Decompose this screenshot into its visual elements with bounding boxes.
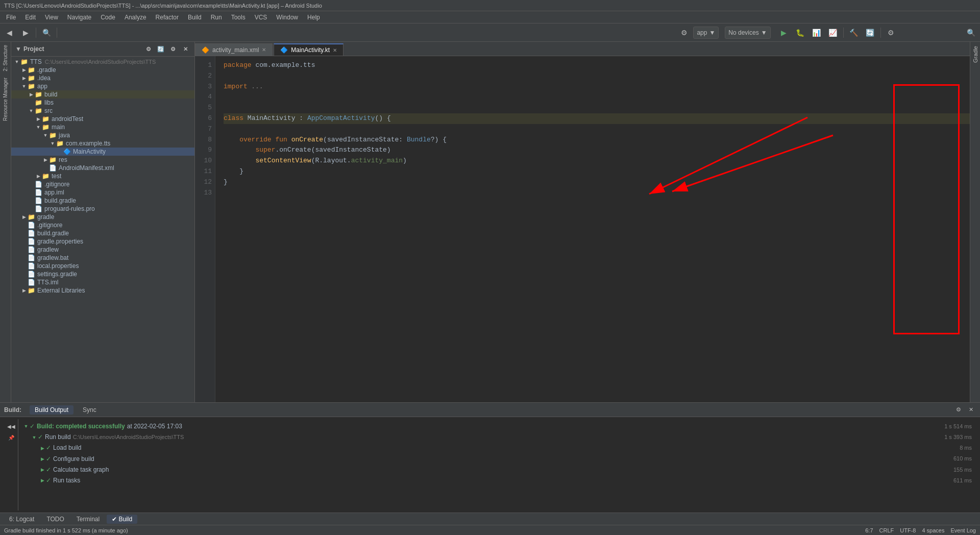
tree-item-proguard[interactable]: 📄 proguard-rules.pro bbox=[11, 205, 194, 213]
toolbar-run-config[interactable]: ⚙ bbox=[677, 26, 691, 40]
tab-close-xml[interactable]: ✕ bbox=[262, 47, 266, 53]
tree-item-app[interactable]: ▼ 📁 app bbox=[11, 82, 194, 90]
gradle-icon: 📄 bbox=[28, 230, 35, 237]
search-everything-btn[interactable]: 🔍 bbox=[964, 26, 978, 40]
code-editor[interactable]: package com.example.tts import ... class… bbox=[215, 56, 980, 402]
menu-item-refactor[interactable]: Refactor bbox=[152, 13, 183, 22]
structure-tab[interactable]: 2: Structure bbox=[2, 42, 9, 75]
status-crlf[interactable]: CRLF bbox=[879, 527, 894, 533]
menu-item-window[interactable]: Window bbox=[272, 13, 302, 22]
app-dropdown[interactable]: app ▼ bbox=[693, 27, 719, 39]
sync-btn[interactable]: 🔄 bbox=[863, 26, 877, 40]
tree-item-gitignore-app[interactable]: 📄 .gitignore bbox=[11, 180, 194, 188]
status-event-log[interactable]: Event Log bbox=[950, 527, 976, 533]
tree-item-gradle-hidden[interactable]: ▶ 📁 .gradle bbox=[11, 66, 194, 74]
tree-item-mainactivity[interactable]: 🔷 MainActivity bbox=[11, 148, 194, 156]
tab-build-output[interactable]: Build Output bbox=[30, 405, 74, 415]
toolbar-forward-btn[interactable]: ▶ bbox=[18, 26, 33, 40]
tree-item-build-gradle-app[interactable]: 📄 build.gradle bbox=[11, 197, 194, 205]
build-btn[interactable]: 🔨 bbox=[847, 26, 861, 40]
tab-logcat[interactable]: 6: Logcat bbox=[4, 515, 39, 524]
tree-item-label: main bbox=[52, 124, 65, 131]
gradle-label[interactable]: Gradle bbox=[971, 42, 979, 67]
build-rerun-btn[interactable]: ◀◀ bbox=[6, 421, 16, 431]
settings-btn[interactable]: ⚙ bbox=[884, 26, 898, 40]
tab-close-kt[interactable]: ✕ bbox=[333, 47, 337, 53]
tree-item-arrow: ▶ bbox=[20, 67, 28, 72]
build-pin-btn[interactable]: 📌 bbox=[6, 432, 16, 443]
tree-item-app-iml[interactable]: 📄 app.iml bbox=[11, 188, 194, 197]
menu-item-edit[interactable]: Edit bbox=[21, 13, 40, 22]
devices-dropdown[interactable]: No devices ▼ bbox=[725, 27, 770, 39]
project-sync-btn[interactable]: 🔄 bbox=[156, 44, 166, 54]
tree-root-tts[interactable]: ▼ 📁 TTS C:\Users\Lenovo\AndroidStudioPro… bbox=[11, 58, 194, 66]
build-runtasks-arrow: ▶ bbox=[39, 477, 46, 484]
tree-item-settings-gradle[interactable]: 📄 settings.gradle bbox=[11, 270, 194, 278]
tab-label: activity_main.xml bbox=[212, 46, 259, 54]
menu-item-analyze[interactable]: Analyze bbox=[120, 13, 151, 22]
tree-item-gradle-root[interactable]: ▶ 📁 gradle bbox=[11, 213, 194, 221]
project-close-btn[interactable]: ✕ bbox=[180, 44, 190, 54]
tree-item-com[interactable]: ▼ 📁 com.example.tts bbox=[11, 139, 194, 148]
tree-item-label: libs bbox=[44, 99, 54, 106]
build-load-check: ✓ bbox=[46, 443, 51, 453]
tree-item-java[interactable]: ▼ 📁 java bbox=[11, 131, 194, 139]
file-icon: 📄 bbox=[28, 246, 35, 253]
tree-item-main[interactable]: ▼ 📁 main bbox=[11, 123, 194, 131]
debug-btn[interactable]: 🐛 bbox=[793, 26, 807, 40]
build-item-runtasks: ▶ ✓ Run tasks 611 ms bbox=[22, 475, 972, 486]
tree-item-src[interactable]: ▼ 📁 src bbox=[11, 107, 194, 115]
tab-activity-main-xml[interactable]: 🔶 activity_main.xml ✕ bbox=[195, 43, 273, 56]
tree-item-gradle-props[interactable]: 📄 gradle.properties bbox=[11, 237, 194, 246]
tree-item-gradlew-bat[interactable]: 📄 gradlew.bat bbox=[11, 254, 194, 262]
gradle-icon: 📄 bbox=[35, 197, 42, 204]
build-settings-btn[interactable]: ⚙ bbox=[953, 405, 964, 415]
tree-item-test[interactable]: ▶ 📁 test bbox=[11, 172, 194, 180]
status-spaces[interactable]: 4 spaces bbox=[922, 527, 944, 533]
resource-manager-tab[interactable]: Resource Manager bbox=[2, 75, 9, 124]
menu-item-help[interactable]: Help bbox=[303, 13, 324, 22]
tree-item-gitignore-root[interactable]: 📄 .gitignore bbox=[11, 221, 194, 229]
tree-item-tts-iml[interactable]: 📄 TTS.iml bbox=[11, 278, 194, 286]
menu-item-navigate[interactable]: Navigate bbox=[63, 13, 95, 22]
tree-item-build[interactable]: ▶ 📁 build bbox=[11, 90, 194, 99]
tree-item-ext-libs[interactable]: ▶ 📁 External Libraries bbox=[11, 286, 194, 295]
project-settings-btn[interactable]: ⚙ bbox=[143, 44, 154, 54]
tree-root-path: C:\Users\Lenovo\AndroidStudioProjects\TT… bbox=[45, 59, 156, 65]
tree-item-libs[interactable]: 📁 libs bbox=[11, 99, 194, 107]
tree-item-build-gradle-root[interactable]: 📄 build.gradle bbox=[11, 229, 194, 237]
tab-mainactivity-kt[interactable]: 🔷 MainActivity.kt ✕ bbox=[274, 43, 344, 56]
menu-item-code[interactable]: Code bbox=[96, 13, 119, 22]
project-gear-btn[interactable]: ⚙ bbox=[168, 44, 178, 54]
build-close-btn[interactable]: ✕ bbox=[966, 405, 976, 415]
run-btn[interactable]: ▶ bbox=[777, 26, 791, 40]
tab-todo[interactable]: TODO bbox=[41, 515, 69, 524]
folder-icon: 📁 bbox=[28, 75, 35, 82]
menu-item-tools[interactable]: Tools bbox=[227, 13, 250, 22]
toolbar-search-btn[interactable]: 🔍 bbox=[39, 26, 54, 40]
status-charset[interactable]: UTF-8 bbox=[900, 527, 916, 533]
coverage-btn[interactable]: 📊 bbox=[810, 26, 824, 40]
profile-btn[interactable]: 📈 bbox=[826, 26, 840, 40]
menu-item-view[interactable]: View bbox=[41, 13, 62, 22]
folder-icon: 📁 bbox=[35, 91, 42, 98]
tab-sync[interactable]: Sync bbox=[78, 405, 102, 415]
tree-item-gradlew[interactable]: 📄 gradlew bbox=[11, 246, 194, 254]
title-bar: TTS [C:\Users\Lenovo\AndroidStudioProjec… bbox=[0, 0, 980, 11]
tree-item-res[interactable]: ▶ 📁 res bbox=[11, 156, 194, 164]
tree-item-idea[interactable]: ▶ 📁 .idea bbox=[11, 74, 194, 82]
menu-item-file[interactable]: File bbox=[2, 13, 20, 22]
app-dropdown-label: app bbox=[697, 29, 707, 36]
tab-terminal[interactable]: Terminal bbox=[71, 515, 105, 524]
tree-item-local-props[interactable]: 📄 local.properties bbox=[11, 262, 194, 270]
tree-item-manifest[interactable]: 📄 AndroidManifest.xml bbox=[11, 164, 194, 172]
build-load-arrow: ▶ bbox=[39, 445, 46, 452]
tree-item-label: app bbox=[37, 83, 47, 90]
tree-item-androidtest[interactable]: ▶ 📁 androidTest bbox=[11, 115, 194, 123]
menu-item-vcs[interactable]: VCS bbox=[251, 13, 272, 22]
tab-build[interactable]: ✔ Build bbox=[107, 515, 137, 524]
menu-item-run[interactable]: Run bbox=[207, 13, 226, 22]
toolbar-back-btn[interactable]: ◀ bbox=[2, 26, 16, 40]
status-position[interactable]: 6:7 bbox=[865, 527, 873, 533]
menu-item-build[interactable]: Build bbox=[184, 13, 206, 22]
